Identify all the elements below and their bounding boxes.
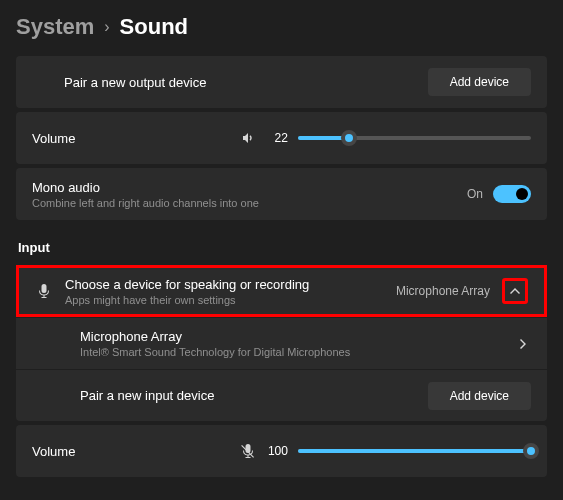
- breadcrumb: System › Sound: [16, 14, 547, 40]
- input-section-label: Input: [18, 240, 547, 255]
- microphone-icon: [36, 283, 52, 299]
- choose-input-title: Choose a device for speaking or recordin…: [65, 277, 396, 292]
- input-device-subtitle: Intel® Smart Sound Technology for Digita…: [80, 346, 515, 358]
- mono-audio-card: Mono audio Combine left and right audio …: [16, 168, 547, 220]
- input-device-row[interactable]: Microphone Array Intel® Smart Sound Tech…: [16, 317, 547, 369]
- pair-output-row: Pair a new output device Add device: [16, 56, 547, 108]
- output-pair-card: Pair a new output device Add device: [16, 56, 547, 108]
- input-volume-value: 100: [266, 444, 288, 458]
- mono-audio-state: On: [467, 187, 483, 201]
- input-device-card: Choose a device for speaking or recordin…: [16, 265, 547, 421]
- pair-output-label: Pair a new output device: [64, 75, 428, 90]
- pair-input-label: Pair a new input device: [80, 388, 428, 403]
- add-output-device-button[interactable]: Add device: [428, 68, 531, 96]
- choose-input-row[interactable]: Choose a device for speaking or recordin…: [16, 265, 547, 317]
- collapse-input-button[interactable]: [502, 278, 528, 304]
- page-title: Sound: [120, 14, 188, 40]
- microphone-muted-icon: [240, 443, 256, 459]
- output-volume-value: 22: [266, 131, 288, 145]
- output-volume-card: Volume 22: [16, 112, 547, 164]
- input-volume-card: Volume 100: [16, 425, 547, 477]
- pair-input-row: Pair a new input device Add device: [16, 369, 547, 421]
- mono-audio-subtitle: Combine left and right audio channels in…: [32, 197, 467, 209]
- output-volume-slider[interactable]: [298, 136, 531, 140]
- mono-audio-title: Mono audio: [32, 180, 467, 195]
- mono-audio-toggle[interactable]: On: [467, 185, 531, 203]
- input-volume-slider[interactable]: [298, 449, 531, 453]
- speaker-icon: [240, 130, 256, 146]
- input-device-name: Microphone Array: [80, 329, 515, 344]
- input-volume-label: Volume: [32, 444, 240, 459]
- output-volume-label: Volume: [32, 131, 240, 146]
- input-volume-row: Volume 100: [16, 425, 547, 477]
- mono-audio-row[interactable]: Mono audio Combine left and right audio …: [16, 168, 547, 220]
- selected-input-device: Microphone Array: [396, 284, 490, 298]
- add-input-device-button[interactable]: Add device: [428, 382, 531, 410]
- breadcrumb-parent[interactable]: System: [16, 14, 94, 40]
- chevron-right-icon: [515, 336, 531, 352]
- chevron-right-icon: ›: [104, 18, 109, 36]
- choose-input-subtitle: Apps might have their own settings: [65, 294, 396, 306]
- output-volume-row: Volume 22: [16, 112, 547, 164]
- chevron-up-icon: [507, 283, 523, 299]
